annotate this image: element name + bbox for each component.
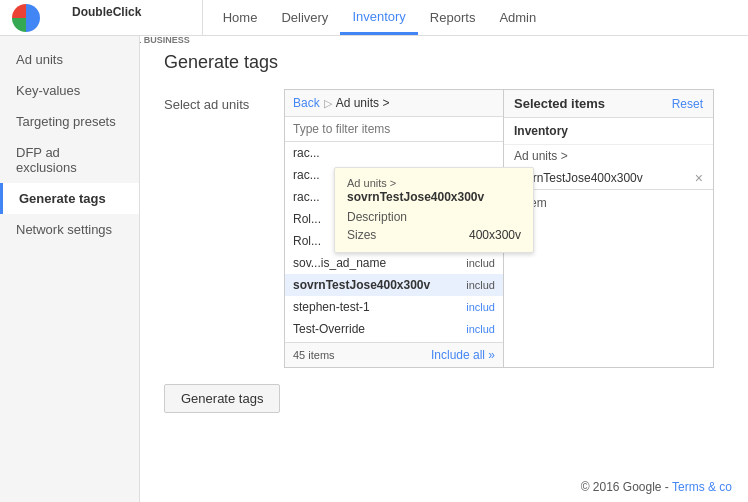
right-panel-header: Selected items Reset: [504, 90, 713, 118]
footer-copy: © 2016 Google -: [581, 480, 669, 494]
nav-reports[interactable]: Reports: [418, 0, 488, 35]
sidebar-item-network-settings[interactable]: Network settings: [0, 214, 139, 245]
list-item[interactable]: Test-Override includ: [285, 318, 503, 340]
sidebar-item-ad-units[interactable]: Ad units: [0, 44, 139, 75]
logo-area: DoubleClick for Publishers | SMALL BUSIN…: [0, 0, 203, 35]
form-label: Select ad units: [164, 89, 284, 112]
right-section-title: Inventory: [504, 118, 713, 145]
list-item[interactable]: sov...is_ad_name includ: [285, 252, 503, 274]
form-row: Select ad units Back ▷ Ad units > rac...: [164, 89, 724, 368]
item-count: 45 items: [293, 349, 335, 361]
page-title: Generate tags: [164, 52, 724, 73]
include-all-button[interactable]: Include all »: [431, 348, 495, 362]
right-sub-path: Ad units >: [504, 145, 713, 167]
tooltip-row-description: Description: [347, 208, 521, 226]
breadcrumb-current: Ad units >: [336, 96, 390, 110]
sidebar-item-generate-tags[interactable]: Generate tags: [0, 183, 139, 214]
list-item-highlighted[interactable]: sovrnTestJose400x300v includ: [285, 274, 503, 296]
tooltip-row-sizes: Sizes 400x300v: [347, 226, 521, 244]
page-footer: © 2016 Google - Terms & co: [581, 480, 732, 494]
list-item[interactable]: stephen-test-1 includ: [285, 296, 503, 318]
generate-btn-row: Generate tags: [164, 384, 724, 413]
top-nav: DoubleClick for Publishers | SMALL BUSIN…: [0, 0, 748, 36]
right-item: sovrnTestJose400x300v ×: [504, 167, 713, 189]
sidebar-item-dfp-exclusions[interactable]: DFP ad exclusions: [0, 137, 139, 183]
breadcrumb-sep: ▷: [324, 97, 332, 110]
panel-header: Back ▷ Ad units >: [285, 90, 503, 117]
sidebar: ‹ Ad units Key-values Targeting presets …: [0, 36, 140, 502]
logo-main: DoubleClick: [48, 0, 190, 35]
right-footer: 1 item: [504, 189, 713, 216]
footer-terms-link[interactable]: Terms & co: [672, 480, 732, 494]
sidebar-item-targeting-presets[interactable]: Targeting presets: [0, 106, 139, 137]
nav-delivery[interactable]: Delivery: [269, 0, 340, 35]
right-panel: Selected items Reset Inventory Ad units …: [504, 89, 714, 368]
nav-inventory[interactable]: Inventory: [340, 0, 417, 35]
panel-footer: 45 items Include all »: [285, 342, 503, 367]
close-icon[interactable]: ×: [695, 171, 703, 185]
reset-button[interactable]: Reset: [672, 97, 703, 111]
picker-container: Back ▷ Ad units > rac... rac... rac: [284, 89, 714, 368]
nav-home[interactable]: Home: [211, 0, 270, 35]
list-item[interactable]: rac...: [285, 142, 503, 164]
nav-items: Home Delivery Inventory Reports Admin: [203, 0, 557, 35]
layout: ‹ Ad units Key-values Targeting presets …: [0, 36, 748, 502]
selected-title: Selected items: [514, 96, 605, 111]
tooltip-title: Ad units > sovrnTestJose400x300v: [347, 176, 521, 204]
generate-tags-button[interactable]: Generate tags: [164, 384, 280, 413]
back-button[interactable]: Back: [293, 96, 320, 110]
tooltip-popup: Ad units > sovrnTestJose400x300v Descrip…: [334, 167, 534, 253]
tooltip-item-name: sovrnTestJose400x300v: [347, 190, 484, 204]
main-content: Generate tags Select ad units Back ▷ Ad …: [140, 36, 748, 502]
nav-admin[interactable]: Admin: [487, 0, 548, 35]
filter-input[interactable]: [285, 117, 503, 142]
logo-icon: [12, 4, 40, 32]
sidebar-item-key-values[interactable]: Key-values: [0, 75, 139, 106]
